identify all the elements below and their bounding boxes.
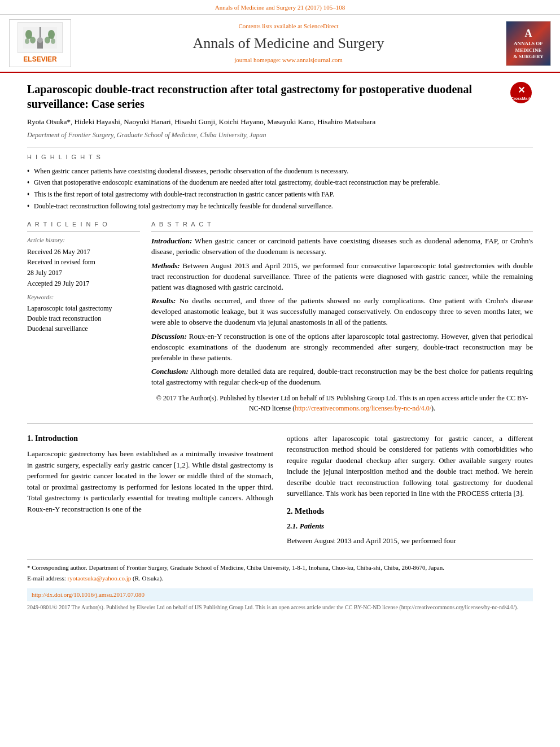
divider-2 xyxy=(27,423,533,424)
crossmark-icon: ✕ CrossMark xyxy=(510,82,532,103)
methods-label: Methods: xyxy=(151,261,180,270)
intro-paragraph-right: options after laparoscopic total gastrec… xyxy=(287,433,533,499)
conclusion-label: Conclusion: xyxy=(151,367,189,375)
abstract-section: Introduction: When gastric cancer or car… xyxy=(151,236,533,413)
header: ELSEVIER Contents lists available at Sci… xyxy=(0,15,560,73)
results-label: Results: xyxy=(151,296,176,305)
article-content: Laparoscopic double-tract reconstruction… xyxy=(0,73,560,621)
highlight-item-1: When gastric cancer patients have coexis… xyxy=(27,165,533,177)
methods-sub1-heading: 2.1. Patients xyxy=(287,521,533,531)
svg-point-9 xyxy=(37,37,43,43)
article-info-col: A R T I C L E I N F O Article history: R… xyxy=(27,220,140,413)
body-left-col: 1. Introduction Laparoscopic gastrectomy… xyxy=(27,433,273,551)
discussion-text: Roux-en-Y reconstruction is one of the o… xyxy=(151,332,533,362)
abstract-label: A B S T R A C T xyxy=(151,220,533,231)
journal-logo-box: A ANNALS OFMEDICINE& SURGERY xyxy=(506,21,551,66)
doi-link[interactable]: http://dx.doi.org/10.1016/j.amsu.2017.07… xyxy=(32,591,145,598)
crossmark-badge: ✕ CrossMark xyxy=(510,82,533,104)
homepage-link[interactable]: www.annalsjournal.com xyxy=(282,56,343,63)
authors: Ryota Otsuka*, Hideki Hayashi, Naoyuki H… xyxy=(27,117,533,127)
journal-logo-text1: ANNALS OFMEDICINE& SURGERY xyxy=(513,41,543,60)
top-bar: Annals of Medicine and Surgery 21 (2017)… xyxy=(0,0,560,15)
bottom-notice: 2049-0801/© 2017 The Author(s). Publishe… xyxy=(27,604,533,611)
affiliation: Department of Frontier Surgery, Graduate… xyxy=(27,130,533,140)
received-date: Received 26 May 2017 xyxy=(27,247,140,257)
highlights-section: H I G H L I G H T S When gastric cancer … xyxy=(27,153,533,212)
copyright-notice: © 2017 The Author(s). Published by Elsev… xyxy=(151,394,533,413)
intro-heading: 1. Introduction xyxy=(27,433,273,444)
methods-text: Between August 2013 and April 2015, we p… xyxy=(151,261,533,291)
article-title: Laparoscopic double-tract reconstruction… xyxy=(27,82,505,111)
copyright-text-suffix: ). xyxy=(431,404,435,412)
accepted-date: Accepted 29 July 2017 xyxy=(27,279,140,289)
svg-point-6 xyxy=(45,37,50,43)
abstract-col: A B S T R A C T Introduction: When gastr… xyxy=(151,220,533,413)
highlights-list: When gastric cancer patients have coexis… xyxy=(27,165,533,212)
corresponding-author: * Corresponding author. Department of Fr… xyxy=(27,563,533,572)
article-title-section: Laparoscopic double-tract reconstruction… xyxy=(27,82,533,111)
revised-label: Received in revised form xyxy=(27,257,140,267)
svg-point-7 xyxy=(51,38,55,44)
doi-bar: http://dx.doi.org/10.1016/j.amsu.2017.07… xyxy=(27,588,533,601)
keyword-1: Laparoscopic total gastrectomy xyxy=(27,303,140,313)
intro-paragraph-1: Laparoscopic gastrectomy has been establ… xyxy=(27,448,273,514)
journal-citation: Annals of Medicine and Surgery 21 (2017)… xyxy=(215,4,345,11)
body-right-col: options after laparoscopic total gastrec… xyxy=(287,433,533,551)
methods-heading: 2. Methods xyxy=(287,506,533,517)
journal-title: Annals of Medicine and Surgery xyxy=(82,33,495,54)
results-text: No deaths occurred, and three of the pat… xyxy=(151,296,533,326)
sciencedirect-name[interactable]: ScienceDirect xyxy=(304,23,339,29)
article-info-label: A R T I C L E I N F O xyxy=(27,220,140,231)
journal-logo: A ANNALS OFMEDICINE& SURGERY xyxy=(506,21,551,66)
abstract-discussion: Discussion: Roux-en-Y reconstruction is … xyxy=(151,331,533,364)
copyright-link[interactable]: http://creativecommons.org/licenses/by-n… xyxy=(295,404,431,412)
highlights-label: H I G H L I G H T S xyxy=(27,153,533,161)
keyword-3: Duodenal surveillance xyxy=(27,324,140,334)
body-two-col: 1. Introduction Laparoscopic gastrectomy… xyxy=(27,433,533,551)
revised-date: 28 July 2017 xyxy=(27,268,140,278)
divider-1 xyxy=(27,147,533,147)
two-column-section: A R T I C L E I N F O Article history: R… xyxy=(27,220,533,413)
abstract-results: Results: No deaths occurred, and three o… xyxy=(151,296,533,328)
elsevier-name: ELSEVIER xyxy=(23,55,56,64)
email-suffix: (R. Otsuka). xyxy=(133,575,163,582)
history-label: Article history: xyxy=(27,236,140,244)
keyword-2: Double tract reconstruction xyxy=(27,313,140,324)
conclusion-text: Although more detailed data are required… xyxy=(151,367,533,386)
svg-point-3 xyxy=(30,37,36,43)
keywords-label: Keywords: xyxy=(27,293,140,302)
intro-label: Introduction: xyxy=(151,237,192,245)
intro-text: When gastric cancer or carcinoid patient… xyxy=(151,237,533,256)
highlight-item-3: This is the first report of total gastre… xyxy=(27,189,533,200)
highlight-item-2: Given that postoperative endoscopic exam… xyxy=(27,177,533,189)
abstract-conclusion: Conclusion: Although more detailed data … xyxy=(151,366,533,388)
discussion-label: Discussion: xyxy=(151,332,187,340)
footnote-section: * Corresponding author. Department of Fr… xyxy=(27,560,533,583)
email-line: E-mail address: ryotaotsuka@yahoo.co.jp … xyxy=(27,574,533,583)
email-link[interactable]: ryotaotsuka@yahoo.co.jp xyxy=(67,575,131,582)
header-center: Contents lists available at ScienceDirec… xyxy=(71,22,506,64)
methods-sub1-text: Between August 2013 and April 2015, we p… xyxy=(287,535,533,547)
sciencedirect-link: Contents lists available at ScienceDirec… xyxy=(82,22,495,30)
journal-homepage: journal homepage: www.annalsjournal.com xyxy=(82,56,495,64)
elsevier-tree-image xyxy=(18,22,63,53)
svg-point-4 xyxy=(25,38,29,44)
abstract-intro: Introduction: When gastric cancer or car… xyxy=(151,236,533,257)
highlight-item-4: Double-tract reconstruction following to… xyxy=(27,200,533,212)
elsevier-logo-section: ELSEVIER xyxy=(9,19,71,67)
abstract-methods: Methods: Between August 2013 and April 2… xyxy=(151,261,533,293)
logo-box: ELSEVIER xyxy=(9,19,71,67)
